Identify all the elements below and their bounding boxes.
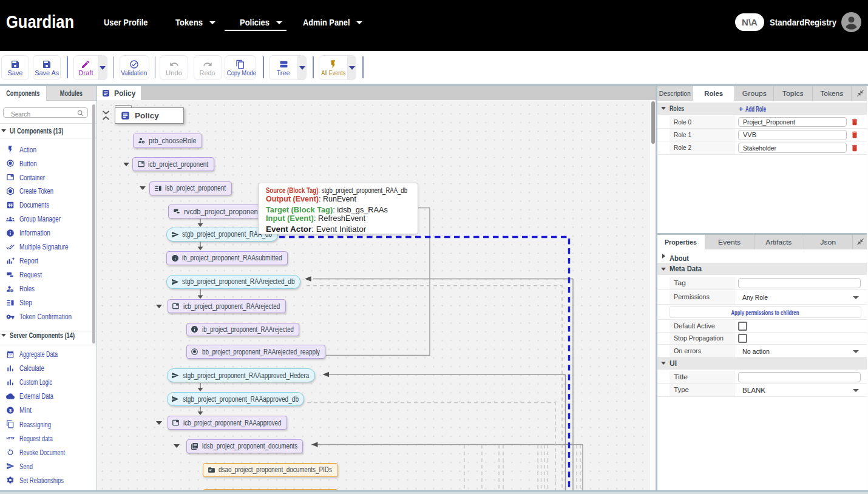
svg-text:HTTP: HTTP (7, 437, 15, 440)
